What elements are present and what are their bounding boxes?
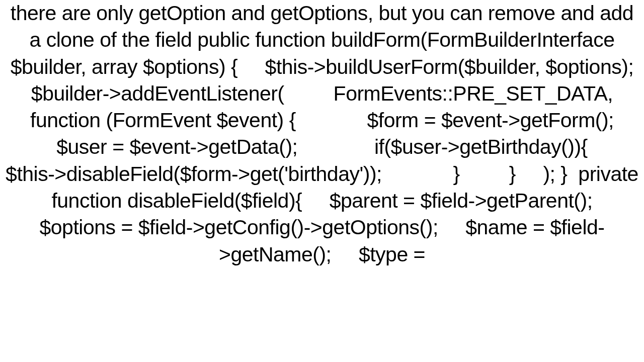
code-text-block: there are only getOption and getOptions,… xyxy=(5,0,639,268)
document-content: there are only getOption and getOptions,… xyxy=(0,0,644,362)
